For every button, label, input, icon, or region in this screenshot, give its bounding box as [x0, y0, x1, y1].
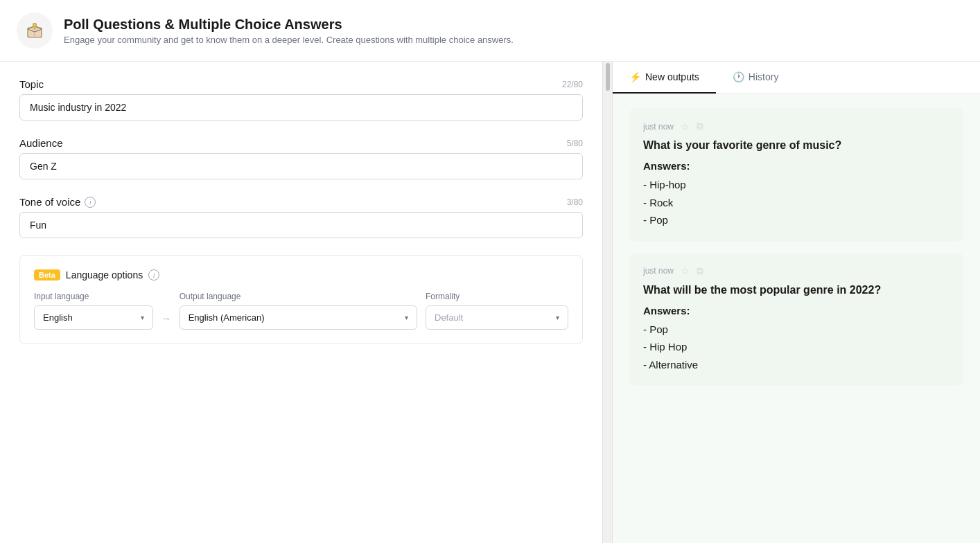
audience-input[interactable] — [19, 153, 583, 179]
output-language-col: Output language English (American) ▾ — [180, 292, 417, 330]
output-2-star-icon[interactable]: ☆ — [681, 265, 690, 276]
formality-col: Formality Default ▾ — [426, 292, 568, 330]
chevron-down-icon-3: ▾ — [556, 314, 559, 321]
audience-count: 5/80 — [567, 139, 583, 148]
output-card-1: just now ☆ ⧉ What is your favorite genre… — [629, 108, 963, 242]
page-description: Engage your community and get to know th… — [64, 35, 514, 45]
output-1-answers-label: Answers: — [643, 160, 950, 172]
language-row: Input language English ▾ → Output langua… — [34, 292, 568, 330]
output-1-question: What is your favorite genre of music? — [643, 139, 950, 152]
formality-label: Formality — [426, 292, 568, 301]
tone-field-header: Tone of voice i 3/80 — [19, 196, 583, 208]
input-language-label: Input language — [34, 292, 153, 301]
audience-field-group: Audience 5/80 — [19, 137, 583, 179]
audience-field-header: Audience 5/80 — [19, 137, 583, 149]
tone-input[interactable] — [19, 212, 583, 238]
output-card-2: just now ☆ ⧉ What will be the most popul… — [629, 253, 963, 386]
output-1-star-icon[interactable]: ☆ — [681, 121, 690, 132]
tone-label: Tone of voice i — [19, 196, 96, 208]
left-panel: Topic 22/80 Audience 5/80 Tone of voice … — [0, 62, 603, 543]
tab-new-outputs[interactable]: ⚡ New outputs — [613, 62, 716, 94]
scroll-gutter — [603, 62, 613, 543]
output-2-timestamp: just now — [643, 266, 674, 276]
clock-icon: 🕐 — [733, 71, 744, 82]
topic-input[interactable] — [19, 94, 583, 121]
input-language-select[interactable]: English ▾ — [34, 305, 153, 330]
topic-label: Topic — [19, 78, 44, 90]
output-language-label: Output language — [180, 292, 417, 301]
output-2-answers-label: Answers: — [643, 305, 950, 317]
output-2-answer-3: - Alternative — [643, 356, 950, 374]
output-1-answer-2: - Rock — [643, 194, 950, 212]
output-2-copy-icon[interactable]: ⧉ — [697, 265, 703, 277]
output-language-value: English (American) — [189, 312, 265, 323]
tabs-bar: ⚡ New outputs 🕐 History — [613, 62, 980, 94]
tone-field-group: Tone of voice i 3/80 — [19, 196, 583, 238]
main-layout: Topic 22/80 Audience 5/80 Tone of voice … — [0, 62, 980, 543]
output-1-answer-1: - Hip-hop — [643, 176, 950, 194]
page-title: Poll Questions & Multiple Choice Answers — [64, 17, 514, 33]
tab-history-label: History — [749, 71, 779, 82]
output-area: just now ☆ ⧉ What is your favorite genre… — [613, 94, 980, 543]
output-language-select[interactable]: English (American) ▾ — [180, 305, 417, 330]
input-language-value: English — [43, 312, 73, 323]
topic-count: 22/80 — [562, 80, 583, 89]
output-1-copy-icon[interactable]: ⧉ — [697, 121, 703, 132]
formality-select[interactable]: Default ▾ — [426, 305, 568, 330]
output-1-timestamp: just now — [643, 122, 674, 132]
tone-count: 3/80 — [567, 197, 583, 207]
audience-label: Audience — [19, 137, 63, 149]
arrow-between-icon: → — [161, 313, 171, 324]
language-section-header: Beta Language options i — [34, 269, 568, 281]
output-2-question: What will be the most popular genre in 2… — [643, 284, 950, 296]
language-options-label: Language options — [66, 269, 143, 281]
topic-field-group: Topic 22/80 — [19, 78, 583, 121]
tone-info-icon[interactable]: i — [85, 197, 96, 208]
chevron-down-icon: ▾ — [141, 314, 144, 321]
chevron-down-icon-2: ▾ — [405, 314, 408, 321]
header-text: Poll Questions & Multiple Choice Answers… — [64, 17, 514, 45]
lightning-icon: ⚡ — [629, 71, 641, 82]
output-2-answer-2: - Hip Hop — [643, 338, 950, 356]
header: Poll Questions & Multiple Choice Answers… — [0, 0, 980, 62]
tab-history[interactable]: 🕐 History — [716, 62, 796, 94]
tab-new-outputs-label: New outputs — [645, 71, 699, 82]
input-language-col: Input language English ▾ — [34, 292, 153, 330]
language-info-icon[interactable]: i — [148, 269, 159, 281]
app-icon — [17, 12, 53, 48]
output-2-answer-1: - Pop — [643, 321, 950, 339]
scroll-handle[interactable] — [606, 63, 610, 91]
output-1-answer-3: - Pop — [643, 211, 950, 229]
output-card-1-meta: just now ☆ ⧉ — [643, 121, 950, 132]
beta-badge: Beta — [34, 269, 60, 281]
output-card-2-meta: just now ☆ ⧉ — [643, 265, 950, 277]
language-options-section: Beta Language options i Input language E… — [19, 255, 583, 344]
right-panel: ⚡ New outputs 🕐 History just now ☆ ⧉ Wha… — [613, 62, 980, 543]
formality-value: Default — [435, 312, 463, 323]
topic-field-header: Topic 22/80 — [19, 78, 583, 90]
